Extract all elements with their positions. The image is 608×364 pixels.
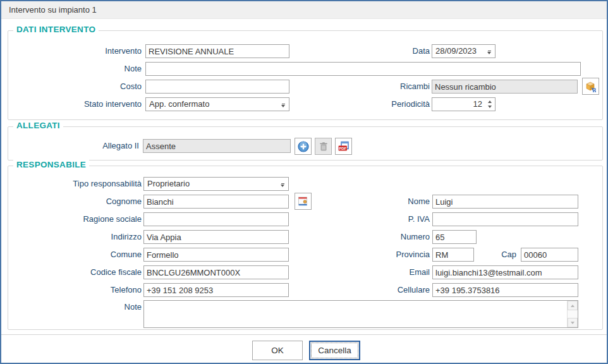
cellulare-input[interactable] (432, 283, 578, 297)
group-responsabile-title: RESPONSABILE (13, 160, 89, 169)
codice-fiscale-input[interactable] (143, 265, 289, 279)
numero-input[interactable] (432, 230, 477, 244)
chevron-down-icon (281, 104, 286, 107)
note-responsabile-textarea[interactable] (143, 300, 578, 328)
pdf-icon: PDF (337, 140, 350, 153)
codice-fiscale-label: Codice fiscale (8, 265, 142, 279)
note-dati-input[interactable] (145, 62, 581, 76)
ragione-sociale-label: Ragione sociale (8, 212, 142, 226)
periodicita-spinner[interactable]: 12 (432, 97, 496, 111)
note-dati-label: Note (8, 62, 142, 76)
spin-up-icon[interactable] (488, 100, 492, 103)
numero-label: Numero (355, 230, 430, 244)
provincia-input[interactable] (432, 248, 474, 262)
costo-input[interactable] (145, 80, 289, 94)
cognome-label: Cognome (8, 195, 142, 209)
indirizzo-input[interactable] (143, 230, 289, 244)
group-allegati-title: ALLEGATI (13, 121, 63, 130)
costo-label: Costo (8, 80, 142, 94)
chevron-down-icon (281, 183, 285, 187)
nome-input[interactable] (432, 195, 578, 209)
contact-card-icon (297, 195, 310, 208)
ricambi-label: Ricambi (355, 80, 430, 94)
open-pdf-button[interactable]: PDF (335, 138, 352, 155)
email-input[interactable] (432, 265, 578, 279)
footer-separator (1, 334, 607, 335)
ok-button[interactable]: OK (252, 341, 303, 360)
svg-text:PDF: PDF (339, 146, 346, 150)
spin-down-icon[interactable] (488, 106, 492, 108)
delete-attachment-button[interactable] (315, 138, 332, 155)
package-cart-icon (585, 80, 597, 93)
piva-label: P. IVA (355, 212, 430, 226)
tipo-responsabilita-combobox[interactable]: Proprietario (143, 177, 289, 191)
comune-label: Comune (8, 248, 142, 262)
telefono-input[interactable] (143, 283, 289, 297)
provincia-label: Provincia (355, 248, 430, 262)
intervento-input[interactable] (145, 44, 289, 58)
intervento-label: Intervento (8, 44, 142, 58)
select-contact-button[interactable] (295, 193, 312, 210)
dialog-intervento: Intervento su impianto 1 DATI INTERVENTO… (0, 0, 608, 364)
cap-input[interactable] (521, 248, 578, 262)
ricambi-field (432, 80, 578, 94)
data-label: Data (355, 44, 430, 58)
allegato-label: Allegato II (8, 139, 139, 153)
ragione-sociale-input[interactable] (143, 212, 289, 226)
add-attachment-button[interactable] (295, 138, 312, 155)
scroll-down-button[interactable] (568, 318, 578, 327)
note-scrollbar[interactable] (567, 301, 578, 327)
data-date-picker[interactable]: 28/09/2023 (432, 44, 496, 58)
window-title: Intervento su impianto 1 (9, 5, 97, 15)
telefono-label: Telefono (8, 283, 142, 297)
add-circle-icon (297, 140, 310, 153)
tipo-responsabilita-label: Tipo responsabilità (8, 177, 142, 191)
periodicita-label: Periodicità (355, 97, 430, 111)
scroll-down-icon (571, 322, 575, 324)
cognome-input[interactable] (143, 195, 289, 209)
nome-label: Nome (355, 195, 430, 209)
ricambi-picker-button[interactable] (582, 78, 599, 95)
email-label: Email (355, 265, 430, 279)
stato-label: Stato intervento (8, 97, 142, 111)
chevron-down-icon (487, 51, 492, 54)
stato-combobox[interactable]: App. confermato (145, 97, 289, 111)
cancel-button[interactable]: Cancella (309, 341, 360, 360)
comune-input[interactable] (143, 248, 289, 262)
allegato-field (143, 139, 291, 153)
note-responsabile-label: Note (8, 300, 142, 314)
cellulare-label: Cellulare (355, 283, 430, 297)
trash-icon (318, 141, 329, 152)
group-dati-title: DATI INTERVENTO (13, 25, 99, 34)
indirizzo-label: Indirizzo (8, 230, 142, 244)
cap-label: Cap (482, 248, 516, 262)
scroll-up-button[interactable] (568, 301, 578, 310)
title-bar: Intervento su impianto 1 (1, 1, 607, 19)
scroll-up-icon (571, 305, 575, 307)
piva-input[interactable] (432, 212, 578, 226)
